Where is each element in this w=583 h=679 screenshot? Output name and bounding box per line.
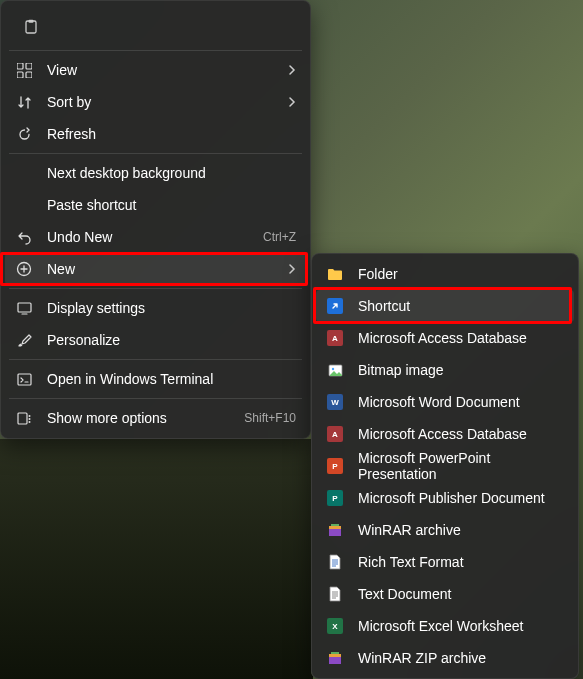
plus-circle-icon <box>15 260 33 278</box>
menu-open-terminal-label: Open in Windows Terminal <box>47 371 296 387</box>
separator <box>9 288 302 289</box>
terminal-icon <box>15 370 33 388</box>
submenu-winrar-zip-label: WinRAR ZIP archive <box>358 650 564 666</box>
separator <box>9 359 302 360</box>
blank-icon <box>15 196 33 214</box>
winrar-icon <box>326 521 344 539</box>
menu-next-background-label: Next desktop background <box>47 165 296 181</box>
access-icon: A <box>326 425 344 443</box>
svg-rect-4 <box>17 72 23 78</box>
svg-rect-20 <box>331 652 339 654</box>
svg-rect-2 <box>17 63 23 69</box>
word-icon: W <box>326 393 344 411</box>
submenu-txt[interactable]: Text Document <box>316 578 574 610</box>
submenu-access-db-label: Microsoft Access Database <box>358 330 564 346</box>
svg-rect-18 <box>329 657 341 664</box>
submenu-winrar-zip[interactable]: WinRAR ZIP archive <box>316 642 574 674</box>
submenu-txt-label: Text Document <box>358 586 564 602</box>
submenu-access-db[interactable]: A Microsoft Access Database <box>316 322 574 354</box>
menu-refresh-label: Refresh <box>47 126 296 142</box>
menu-sort-by-label: Sort by <box>47 94 280 110</box>
submenu-excel[interactable]: X Microsoft Excel Worksheet <box>316 610 574 642</box>
submenu-shortcut[interactable]: Shortcut <box>316 290 574 322</box>
blank-icon <box>15 164 33 182</box>
grid-icon <box>15 61 33 79</box>
submenu-word-doc[interactable]: W Microsoft Word Document <box>316 386 574 418</box>
svg-rect-9 <box>18 413 27 424</box>
submenu-bitmap[interactable]: Bitmap image <box>316 354 574 386</box>
svg-point-12 <box>28 421 30 423</box>
menu-view[interactable]: View <box>5 54 306 86</box>
powerpoint-icon: P <box>326 457 344 475</box>
chevron-right-icon <box>288 64 296 76</box>
submenu-ppt-label: Microsoft PowerPoint Presentation <box>358 450 564 482</box>
svg-rect-7 <box>18 303 31 312</box>
menu-view-label: View <box>47 62 280 78</box>
menu-sort-by[interactable]: Sort by <box>5 86 306 118</box>
submenu-excel-label: Microsoft Excel Worksheet <box>358 618 564 634</box>
menu-show-more-label: Show more options <box>47 410 236 426</box>
submenu-winrar-label: WinRAR archive <box>358 522 564 538</box>
folder-icon <box>326 265 344 283</box>
desktop-context-menu: View Sort by Refresh Next desktop backgr… <box>0 0 311 439</box>
winrar-zip-icon <box>326 649 344 667</box>
submenu-winrar[interactable]: WinRAR archive <box>316 514 574 546</box>
access-icon: A <box>326 329 344 347</box>
shortcut-icon <box>326 297 344 315</box>
menu-next-background[interactable]: Next desktop background <box>5 157 306 189</box>
svg-point-14 <box>331 367 333 369</box>
menu-open-terminal[interactable]: Open in Windows Terminal <box>5 363 306 395</box>
submenu-rtf[interactable]: Rich Text Format <box>316 546 574 578</box>
chevron-right-icon <box>288 96 296 108</box>
excel-icon: X <box>326 617 344 635</box>
menu-new[interactable]: New <box>5 253 306 285</box>
sort-icon <box>15 93 33 111</box>
submenu-access-db2-label: Microsoft Access Database <box>358 426 564 442</box>
menu-new-label: New <box>47 261 280 277</box>
submenu-folder-label: Folder <box>358 266 564 282</box>
submenu-rtf-label: Rich Text Format <box>358 554 564 570</box>
menu-display-settings[interactable]: Display settings <box>5 292 306 324</box>
submenu-folder[interactable]: Folder <box>316 258 574 290</box>
separator <box>9 50 302 51</box>
svg-rect-16 <box>329 526 341 529</box>
menu-paste-shortcut-label: Paste shortcut <box>47 197 296 213</box>
menu-paste-shortcut[interactable]: Paste shortcut <box>5 189 306 221</box>
submenu-word-doc-label: Microsoft Word Document <box>358 394 564 410</box>
menu-personalize[interactable]: Personalize <box>5 324 306 356</box>
menu-undo-new-label: Undo New <box>47 229 255 245</box>
new-submenu: Folder Shortcut A Microsoft Access Datab… <box>311 253 579 679</box>
svg-rect-8 <box>18 374 31 385</box>
submenu-shortcut-label: Shortcut <box>358 298 564 314</box>
submenu-access-db2[interactable]: A Microsoft Access Database <box>316 418 574 450</box>
separator <box>9 398 302 399</box>
svg-rect-5 <box>26 72 32 78</box>
publisher-icon: P <box>326 489 344 507</box>
brush-icon <box>15 331 33 349</box>
menu-refresh[interactable]: Refresh <box>5 118 306 150</box>
separator <box>9 153 302 154</box>
svg-rect-19 <box>329 654 341 657</box>
rtf-icon <box>326 553 344 571</box>
submenu-ppt[interactable]: P Microsoft PowerPoint Presentation <box>316 450 574 482</box>
clipboard-icon <box>23 19 39 35</box>
paste-icon-button[interactable] <box>13 11 49 43</box>
svg-point-10 <box>28 415 30 417</box>
svg-point-11 <box>28 418 30 420</box>
submenu-publisher[interactable]: P Microsoft Publisher Document <box>316 482 574 514</box>
submenu-publisher-label: Microsoft Publisher Document <box>358 490 564 506</box>
menu-show-more-shortcut: Shift+F10 <box>244 411 296 425</box>
menu-undo-shortcut: Ctrl+Z <box>263 230 296 244</box>
menu-display-settings-label: Display settings <box>47 300 296 316</box>
submenu-bitmap-label: Bitmap image <box>358 362 564 378</box>
image-icon <box>326 361 344 379</box>
menu-show-more[interactable]: Show more options Shift+F10 <box>5 402 306 434</box>
txt-icon <box>326 585 344 603</box>
menu-personalize-label: Personalize <box>47 332 296 348</box>
menu-undo-new[interactable]: Undo New Ctrl+Z <box>5 221 306 253</box>
monitor-icon <box>15 299 33 317</box>
refresh-icon <box>15 125 33 143</box>
svg-rect-3 <box>26 63 32 69</box>
svg-rect-17 <box>331 524 339 526</box>
svg-rect-15 <box>329 529 341 536</box>
